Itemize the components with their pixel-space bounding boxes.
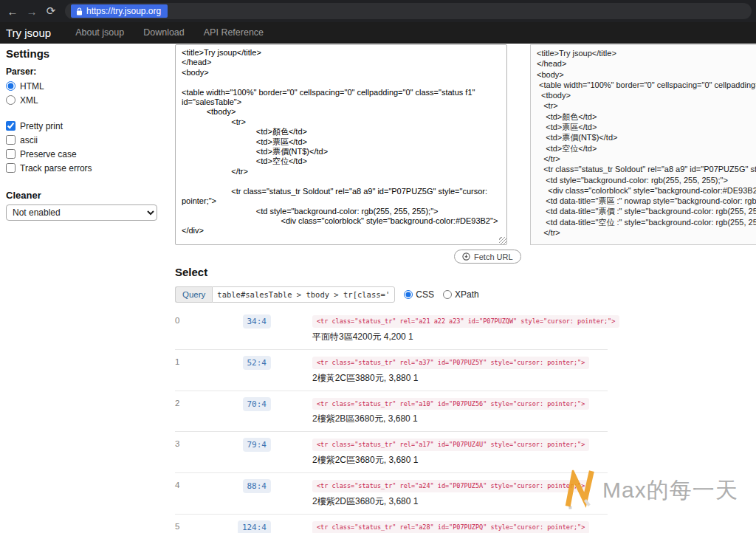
position-badge: 70:4 <box>243 397 272 411</box>
position-badge: 52:4 <box>243 356 272 370</box>
result-element-html: <tr class="status_tr" rel="a37" id="P07P… <box>312 357 589 369</box>
option-preserve-case-label: Preserve case <box>20 149 77 159</box>
result-element-html: <tr class="status_tr" rel="a10" id="P07P… <box>312 398 589 410</box>
result-text: 2樓紫2D區3680元, 3,680 1 <box>312 495 608 508</box>
browser-toolbar: ← → ⟳ https://try.jsoup.org <box>0 0 756 22</box>
fetch-url-label: Fetch URL <box>474 252 513 261</box>
mode-radio-xpath-label: XPath <box>455 289 479 300</box>
address-bar[interactable]: https://try.jsoup.org <box>65 3 752 19</box>
result-row: 4 88:4 <tr class="status_tr" rel="a24" i… <box>175 473 608 515</box>
nav-link-api-reference[interactable]: API Reference <box>194 27 273 38</box>
site-navbar: Try jsoup About jsoup Download API Refer… <box>0 22 756 44</box>
options-group: Pretty print ascii Preserve case Track p… <box>6 119 170 175</box>
result-content: <tr class="status_tr" rel="a17" id="P07P… <box>271 436 608 467</box>
result-element-html: <tr class="status_tr" rel="a24" id="P07P… <box>312 480 589 492</box>
result-text: 2樓紫2C區3680元, 3,680 1 <box>312 454 608 467</box>
option-pretty-print[interactable]: Pretty print <box>6 119 170 133</box>
parser-radio-html[interactable]: HTML <box>6 79 170 93</box>
mode-radio-css[interactable]: CSS <box>404 289 434 300</box>
fetch-url-button[interactable]: Fetch URL <box>454 250 521 264</box>
watermark-text: Max的每一天 <box>602 475 738 506</box>
option-pretty-print-checkbox[interactable] <box>6 121 16 131</box>
result-row: 3 79:4 <tr class="status_tr" rel="a17" i… <box>175 432 608 473</box>
result-index: 2 <box>175 396 194 408</box>
result-row: 2 70:4 <tr class="status_tr" rel="a10" i… <box>175 391 608 433</box>
result-content: <tr class="status_tr" rel="a21 a22 a23" … <box>271 313 619 343</box>
settings-sidebar: Settings Parser: HTML XML Pretty print a… <box>6 47 170 221</box>
result-text: 2樓紫2B區3680元, 3,680 1 <box>312 413 608 425</box>
result-row: 1 52:4 <tr class="status_tr" rel="a37" i… <box>175 350 608 391</box>
query-addon-label: Query <box>175 286 212 303</box>
mode-radio-css-input[interactable] <box>404 290 413 299</box>
query-input[interactable] <box>212 286 395 303</box>
option-track-parse-errors[interactable]: Track parse errors <box>6 161 170 175</box>
html-output: <title>Try jsoup</title> </head> <body> … <box>530 44 756 245</box>
parser-radio-xml-input[interactable] <box>6 95 16 105</box>
option-preserve-case-checkbox[interactable] <box>6 149 16 159</box>
option-track-parse-errors-label: Track parse errors <box>20 163 92 173</box>
url-text: https://try.jsoup.org <box>86 6 161 16</box>
select-section-title: Select <box>175 266 207 278</box>
mode-radio-css-label: CSS <box>416 289 434 300</box>
option-track-parse-errors-checkbox[interactable] <box>6 163 16 173</box>
option-pretty-print-label: Pretty print <box>20 121 63 131</box>
parser-radio-xml-label: XML <box>20 95 38 106</box>
position-badge: 124:4 <box>238 520 271 533</box>
result-content: <tr class="status_tr" rel="a37" id="P07P… <box>271 354 608 385</box>
result-element-html: <tr class="status_tr" rel="a28" id="P07P… <box>312 521 589 533</box>
forward-icon[interactable]: → <box>24 3 40 19</box>
result-text: 平面特3區4200元 4,200 1 <box>312 331 619 343</box>
lock-icon <box>76 7 83 16</box>
fetch-icon <box>462 252 470 261</box>
result-content: <tr class="status_tr" rel="a10" id="P07P… <box>271 396 608 426</box>
result-index: 4 <box>175 478 194 489</box>
query-row: Query CSS XPath <box>175 286 479 303</box>
result-text: 2樓黃2C區3880元, 3,880 1 <box>312 372 608 385</box>
result-element-html: <tr class="status_tr" rel="a17" id="P07P… <box>312 439 589 451</box>
result-index: 3 <box>175 436 194 448</box>
position-badge: 79:4 <box>243 438 272 452</box>
result-index: 1 <box>175 354 194 366</box>
back-icon[interactable]: ← <box>4 3 21 19</box>
position-badge: 88:4 <box>243 479 272 493</box>
parser-radio-html-input[interactable] <box>6 81 16 91</box>
result-row: 0 34:4 <tr class="status_tr" rel="a21 a2… <box>175 309 608 350</box>
nav-link-download[interactable]: Download <box>134 27 194 38</box>
result-index: 5 <box>175 519 194 531</box>
mode-radio-xpath-input[interactable] <box>443 290 452 299</box>
settings-title: Settings <box>6 47 170 60</box>
nav-link-about[interactable]: About jsoup <box>66 27 134 38</box>
cleaner-select[interactable]: Not enabled <box>6 204 157 221</box>
result-element-html: <tr class="status_tr" rel="a21 a22 a23" … <box>312 315 619 328</box>
url-selection: https://try.jsoup.org <box>71 4 168 18</box>
resize-grip[interactable] <box>499 237 506 244</box>
parser-radio-html-label: HTML <box>20 81 44 92</box>
option-ascii-checkbox[interactable] <box>6 135 16 145</box>
result-content: <tr class="status_tr" rel="a28" id="P07P… <box>271 519 608 533</box>
parser-label: Parser: <box>6 66 170 77</box>
refresh-icon[interactable]: ⟳ <box>43 3 59 19</box>
option-preserve-case[interactable]: Preserve case <box>6 147 170 161</box>
result-row: 5 124:4 <tr class="status_tr" rel="a28" … <box>175 515 608 533</box>
option-ascii-label: ascii <box>20 135 38 145</box>
html-input[interactable] <box>175 44 507 245</box>
mode-radio-xpath[interactable]: XPath <box>443 289 479 300</box>
position-badge: 34:4 <box>243 314 272 329</box>
brand-link[interactable]: Try jsoup <box>6 27 51 39</box>
cleaner-label: Cleaner <box>6 190 170 201</box>
results-list: 0 34:4 <tr class="status_tr" rel="a21 a2… <box>175 309 608 533</box>
parser-radio-xml[interactable]: XML <box>6 93 170 107</box>
option-ascii[interactable]: ascii <box>6 133 170 147</box>
result-index: 0 <box>175 313 194 325</box>
result-content: <tr class="status_tr" rel="a24" id="P07P… <box>271 478 608 508</box>
